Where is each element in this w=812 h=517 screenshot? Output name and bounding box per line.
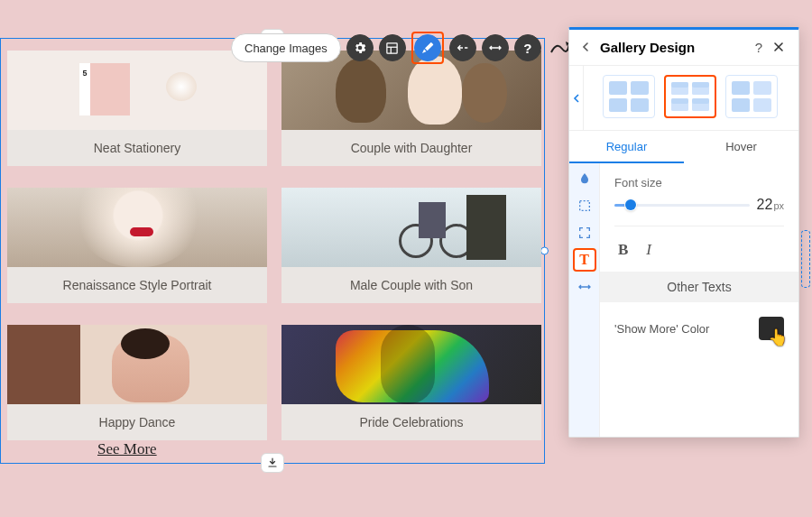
side-nav-border[interactable] (573, 194, 596, 217)
chevron-left-icon (572, 94, 581, 103)
panel-header: Gallery Design ? (569, 30, 798, 66)
export-bottom-button[interactable] (261, 453, 284, 473)
change-images-button[interactable]: Change Images (231, 33, 341, 62)
tab-hover[interactable]: Hover (684, 131, 798, 163)
animation-icon (456, 41, 470, 55)
paintbrush-icon (420, 41, 435, 55)
layout-picker (569, 66, 798, 131)
show-more-color-label: 'Show More' Color (614, 322, 709, 336)
pointer-cursor-icon: 👆 (768, 328, 788, 347)
element-toolbar: Change Images ? (231, 32, 574, 63)
layout-button[interactable] (379, 34, 406, 61)
gallery-caption: Renaissance Style Portrait (7, 267, 267, 303)
editor-canvas: 5 Neat Stationery Couple with Daughter R… (0, 0, 567, 517)
dashed-square-icon (577, 198, 592, 213)
gallery-item[interactable]: Male Couple with Son (281, 188, 541, 303)
gallery-caption: Happy Dance (7, 404, 267, 440)
spacing-icon (577, 280, 592, 294)
close-icon (773, 42, 784, 52)
settings-button[interactable] (346, 34, 374, 61)
svg-rect-0 (387, 42, 397, 52)
chevron-left-icon (580, 42, 591, 52)
show-more-color-swatch[interactable]: 👆 (759, 317, 784, 340)
gear-icon (353, 41, 367, 55)
gallery-item[interactable]: 5 Neat Stationery (7, 51, 267, 166)
layout-scroll-left[interactable] (569, 66, 584, 130)
design-button[interactable] (414, 34, 441, 61)
question-icon: ? (523, 41, 531, 56)
text-settings: Font size 22px B I Other Texts 'Show Mor… (600, 163, 798, 437)
side-nav-corners[interactable] (573, 221, 596, 245)
font-size-value: 22px (757, 197, 784, 213)
panel-resize-handle[interactable] (801, 230, 810, 288)
gallery-image (281, 188, 541, 267)
back-button[interactable] (577, 36, 595, 60)
gallery-image (7, 325, 267, 404)
gallery-item[interactable]: Pride Celebrations (281, 325, 541, 440)
stretch-icon (488, 41, 503, 55)
panel-body: T Font size 22px B I Other Texts (569, 163, 798, 437)
text-icon: T (579, 252, 589, 268)
design-button-highlight (411, 32, 444, 64)
gallery-caption: Neat Stationery (7, 130, 267, 166)
font-size-label: Font size (614, 176, 784, 189)
gallery-grid: 5 Neat Stationery Couple with Daughter R… (7, 51, 541, 440)
layout-option-thumbnails-caption[interactable] (664, 75, 716, 118)
gallery-image (281, 325, 541, 404)
droplet-icon (577, 171, 592, 186)
gallery-image (7, 188, 267, 267)
gallery-item[interactable]: Happy Dance (7, 325, 267, 440)
svg-rect-4 (579, 201, 589, 211)
see-more-link[interactable]: See More (97, 440, 157, 458)
italic-toggle[interactable]: I (646, 241, 651, 259)
panel-title: Gallery Design (600, 40, 750, 55)
gallery-image: 5 (7, 51, 267, 130)
gallery-caption: Couple with Daughter (281, 130, 541, 166)
stretch-button[interactable] (482, 34, 509, 61)
font-size-slider[interactable] (614, 204, 750, 207)
help-button[interactable]: ? (514, 34, 541, 61)
side-nav-text[interactable]: T (573, 248, 596, 272)
panel-close-button[interactable] (768, 38, 789, 57)
gallery-item[interactable]: Couple with Daughter (281, 51, 541, 166)
panel-help-button[interactable]: ? (750, 38, 768, 57)
layout-icon (385, 42, 399, 55)
state-tabs: Regular Hover (569, 131, 798, 163)
bold-toggle[interactable]: B (618, 241, 628, 259)
tab-regular[interactable]: Regular (569, 131, 684, 163)
gallery-caption: Pride Celebrations (281, 404, 541, 440)
design-panel: Gallery Design ? Regular Hover (568, 27, 799, 438)
side-nav-fill[interactable] (573, 167, 596, 190)
download-icon (267, 457, 278, 468)
selection-handle-right[interactable] (540, 247, 549, 255)
slider-thumb[interactable] (625, 199, 636, 210)
gallery-item[interactable]: Renaissance Style Portrait (7, 188, 267, 303)
layout-option-side-caption[interactable] (725, 75, 778, 118)
side-nav-spacing[interactable] (573, 275, 596, 299)
panel-side-nav: T (569, 163, 600, 437)
corners-icon (577, 226, 592, 240)
gallery-caption: Male Couple with Son (281, 267, 541, 303)
layout-option-thumbnails[interactable] (603, 75, 655, 118)
other-texts-section[interactable]: Other Texts (600, 272, 798, 302)
animation-button[interactable] (449, 34, 476, 61)
